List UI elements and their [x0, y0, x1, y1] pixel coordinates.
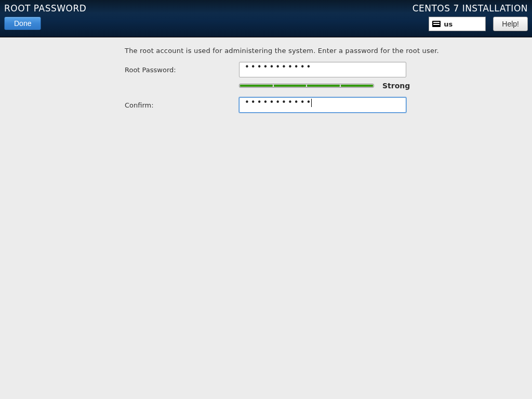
header-bar: ROOT PASSWORD Done CENTOS 7 INSTALLATION… — [0, 0, 532, 37]
strength-segment — [341, 85, 374, 87]
confirm-password-value: ••••••••••• — [245, 98, 312, 107]
content-area: The root account is used for administeri… — [0, 37, 532, 113]
confirm-password-row: Confirm: ••••••••••• — [0, 97, 532, 113]
root-password-value: ••••••••••• — [245, 62, 312, 72]
header-controls: us Help! — [413, 17, 528, 31]
confirm-password-input[interactable]: ••••••••••• — [239, 97, 406, 113]
root-password-input[interactable]: ••••••••••• — [239, 62, 406, 77]
strength-segment — [274, 85, 307, 87]
root-password-row: Root Password: ••••••••••• — [0, 62, 532, 77]
keyboard-icon — [432, 21, 441, 27]
page-title: ROOT PASSWORD — [4, 3, 86, 14]
strength-segment — [240, 85, 273, 87]
header-left: ROOT PASSWORD Done — [4, 3, 86, 30]
instruction-text: The root account is used for administeri… — [125, 47, 532, 55]
help-button[interactable]: Help! — [493, 17, 528, 31]
done-button[interactable]: Done — [4, 17, 41, 30]
header-right: CENTOS 7 INSTALLATION us Help! — [413, 3, 528, 31]
password-strength-bar — [239, 84, 374, 88]
strength-segment — [307, 85, 340, 87]
keyboard-layout-selector[interactable]: us — [429, 17, 486, 31]
password-strength-row: Strong — [239, 82, 532, 90]
installer-title: CENTOS 7 INSTALLATION — [413, 3, 528, 14]
text-caret — [311, 99, 312, 107]
confirm-password-label: Confirm: — [0, 101, 239, 109]
keyboard-layout-label: us — [444, 20, 453, 28]
root-password-label: Root Password: — [0, 66, 239, 74]
password-strength-label: Strong — [382, 82, 410, 90]
